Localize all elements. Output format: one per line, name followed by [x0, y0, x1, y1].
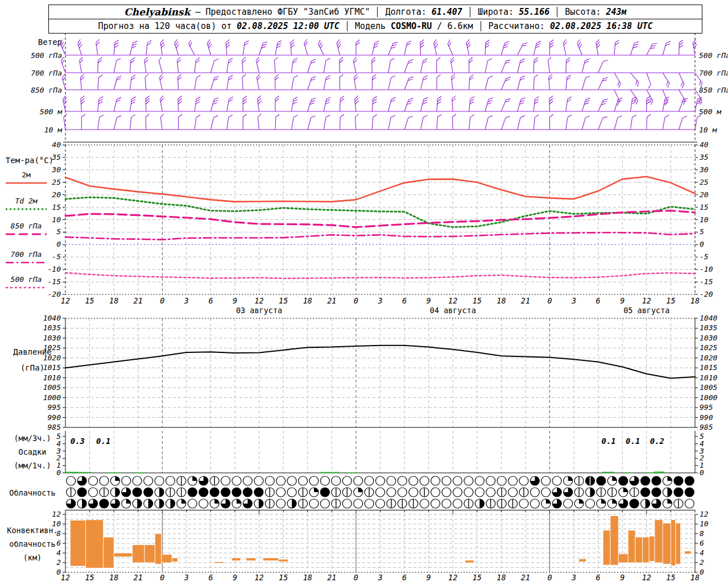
wind-barb [533, 57, 537, 73]
wind-barb [211, 75, 219, 91]
svg-text:9: 9 [620, 296, 624, 305]
svg-text:1030: 1030 [700, 334, 717, 342]
wind-barb [388, 75, 395, 91]
svg-text:Ветер: Ветер [38, 38, 62, 47]
cloud-symbol [166, 476, 175, 485]
cloud-symbol [387, 476, 396, 485]
svg-text:1040: 1040 [700, 314, 717, 322]
svg-text:21: 21 [327, 296, 336, 305]
wind-barb [206, 39, 214, 55]
wind-barb [485, 75, 493, 91]
svg-text:12: 12 [61, 573, 70, 582]
svg-text:-5: -5 [52, 252, 61, 261]
wind-barb [177, 74, 182, 90]
svg-text:0: 0 [56, 468, 61, 477]
wind-barb [227, 57, 233, 73]
svg-text:12: 12 [642, 296, 651, 305]
separator [470, 7, 470, 17]
provider-text: Предоставлено ФГБУ "ЗапСиб УГМС" [205, 7, 370, 17]
wind-barb [501, 59, 510, 74]
wind-barb [404, 59, 413, 74]
cloud-symbol [685, 476, 694, 485]
cloud-symbol [89, 488, 98, 497]
wind-barb [469, 57, 473, 73]
longitude-value: 61.407 [432, 7, 462, 17]
convective-bar [231, 558, 241, 561]
svg-text:6: 6 [56, 539, 61, 547]
svg-text:10: 10 [52, 215, 61, 224]
svg-text:21: 21 [327, 573, 336, 582]
convective-bar [172, 558, 177, 562]
convective-bar [610, 516, 618, 566]
cloud-symbol [376, 488, 385, 497]
convective-bar [104, 537, 114, 568]
cloud-symbol [685, 499, 694, 508]
cloud-symbol [254, 476, 263, 485]
wind-barb [518, 58, 525, 74]
svg-text:12: 12 [61, 296, 70, 305]
wind-barb [501, 40, 509, 56]
wind-barb [533, 74, 538, 90]
svg-text:4: 4 [56, 548, 61, 557]
svg-text:05 августа: 05 августа [623, 306, 669, 315]
svg-text:9: 9 [427, 573, 431, 582]
svg-text:Осадки: Осадки [19, 447, 47, 456]
wind-barb [80, 74, 85, 90]
wind-barb [353, 57, 359, 73]
wind-barb [388, 57, 395, 73]
cloud-symbol [508, 476, 518, 485]
wind-barb [595, 39, 602, 55]
wind-barb [243, 40, 249, 56]
wind-barb [372, 40, 379, 56]
cloud-symbol [77, 488, 86, 497]
cloud-symbol [199, 488, 208, 497]
wind-barb [211, 115, 218, 131]
svg-text:1015: 1015 [700, 363, 717, 372]
wind-barb [179, 114, 183, 130]
wind-barb [257, 95, 263, 111]
cloud-symbol [320, 499, 329, 508]
svg-text:-20: -20 [700, 290, 713, 298]
wind-barb [242, 74, 247, 90]
wind-barb [291, 96, 297, 112]
wind-barb [676, 90, 686, 105]
svg-text:21: 21 [521, 573, 530, 582]
convective-bar [133, 545, 144, 563]
cloud-symbol [431, 488, 440, 497]
cloud-symbol [597, 476, 606, 485]
wind-barb [308, 97, 316, 113]
svg-text:15: 15 [473, 573, 482, 582]
convective-bar [643, 537, 649, 563]
cloud-symbol [133, 488, 142, 497]
convective-bar [71, 520, 86, 566]
svg-text:Давление: Давление [13, 347, 51, 356]
wind-panel: Ветер500 гПа500 гПа700 гПа700 гПа850 гПа… [31, 33, 728, 142]
svg-text:Облачность: Облачность [9, 488, 55, 497]
cloud-symbol [519, 499, 528, 508]
cloud-symbol [398, 488, 407, 497]
wind-barb [340, 74, 344, 90]
svg-text:4: 4 [700, 548, 704, 557]
svg-text:3: 3 [377, 296, 382, 305]
convective-bar [162, 555, 172, 563]
wind-barb [485, 115, 493, 131]
wind-barb [614, 115, 622, 131]
wind-barb [114, 40, 118, 55]
temperature-panel: 40403535303025252020151510105500-5-5-10-… [48, 140, 713, 298]
convective-bar [628, 530, 635, 563]
cloud-symbol [519, 476, 528, 485]
svg-text:850 гПа: 850 гПа [31, 86, 62, 94]
cloud-symbol [188, 488, 197, 497]
meteogram: Chelyabinsk — Предоставлено ФГБУ "ЗапСиб… [0, 0, 728, 582]
header-row-1: Chelyabinsk — Предоставлено ФГБУ "ЗапСиб… [49, 5, 702, 19]
svg-text:6: 6 [596, 573, 601, 582]
wind-barb [550, 40, 554, 55]
wind-barb [130, 74, 136, 90]
wind-barb [114, 97, 121, 113]
svg-text:(мм/3ч.): (мм/3ч.) [14, 434, 51, 443]
wind-barb [291, 74, 298, 90]
wind-barb [187, 40, 197, 55]
svg-text:15: 15 [700, 203, 709, 211]
convective-bar [263, 558, 279, 561]
svg-text:12: 12 [700, 510, 709, 518]
